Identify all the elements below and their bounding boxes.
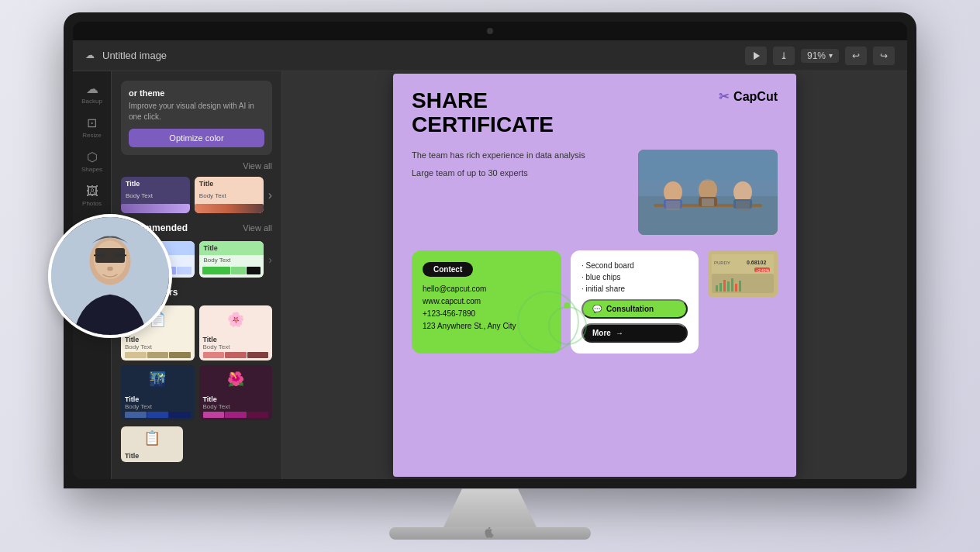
recommended-view-all[interactable]: View all [243, 223, 272, 233]
svg-rect-48 [739, 281, 741, 292]
sidebar-item-resize[interactable]: ⊡ Resize [77, 112, 108, 143]
rec-card-2[interactable]: Title Body Text [199, 241, 264, 278]
contact-email: hello@capcut.com [423, 283, 550, 295]
photo-color-img-4: 🌺 [199, 365, 273, 393]
bullet-3: · initial share [581, 285, 688, 293]
redo-icon: ↪ [880, 50, 888, 61]
backup-label: Backup [81, 98, 102, 105]
document-title: Untitled image [102, 50, 167, 61]
action-buttons: 💬 Consultation More → [581, 299, 688, 343]
cert-text-col: The team has rich experience in data ana… [412, 150, 626, 235]
svg-point-7 [113, 252, 125, 260]
deco-circle-2 [548, 306, 587, 345]
cert-thumbnail-inner: PURDY 0.68102 +2.40% [708, 250, 778, 297]
right-bottom-col: · Second board · blue chips · initial sh… [571, 250, 699, 354]
optimize-color-button[interactable]: Optimize color [129, 129, 264, 147]
top-bar-title-area: ☁ Untitled image [85, 50, 739, 62]
redo-button[interactable]: ↪ [873, 47, 895, 65]
arrow-right-icon: → [616, 329, 623, 337]
svg-text:PURDY: PURDY [714, 260, 730, 265]
zoom-value: 91% [807, 50, 826, 61]
pcc-3-sub: Body Text [125, 403, 191, 410]
theme-card-2-colors [195, 204, 264, 213]
app-interface: ☁ Untitled image ⤓ [73, 40, 907, 479]
zoom-control[interactable]: 91% ▾ [801, 49, 839, 63]
chevron-down-icon: ▾ [829, 51, 833, 60]
people-scene [638, 150, 778, 235]
more-button[interactable]: More → [581, 323, 688, 343]
undo-button[interactable]: ↩ [845, 47, 867, 65]
photo-color-img-2: 🌸 [199, 305, 273, 333]
capcut-logo-icon: ✂ [719, 89, 729, 104]
pcc-swatch [147, 352, 169, 358]
photo-color-img-5: 📋 [121, 426, 183, 450]
theme-card-1-body: Body Text [121, 191, 190, 202]
extra-card-section: 📋 Title [121, 426, 272, 462]
theme-card-2-body: Body Text [195, 191, 264, 202]
avatar-large [48, 214, 172, 338]
undo-icon: ↩ [852, 50, 860, 61]
cert-desc-1: The team has rich experience in data ana… [412, 150, 626, 161]
svg-rect-33 [736, 201, 750, 210]
svg-text:0.68102: 0.68102 [747, 260, 766, 265]
sidebar-item-photos[interactable]: 🖼 Photos [77, 180, 108, 211]
theme-card-2-title: Title [195, 177, 264, 191]
cert-desc-2: Large team of up to 30 experts [412, 167, 626, 179]
resize-icon: ⊡ [87, 116, 97, 130]
chat-icon: 💬 [592, 305, 602, 313]
consultation-button[interactable]: 💬 Consultation [581, 299, 688, 319]
main-content: ☁ Backup ⊡ Resize ⬡ Shapes [73, 71, 907, 479]
svg-point-6 [95, 252, 107, 260]
color-theme-title: or theme [129, 88, 264, 98]
imac-base [389, 527, 591, 540]
sidebar-item-shapes[interactable]: ⬡ Shapes [77, 146, 108, 177]
imac-bezel: ☁ Untitled image ⤓ [73, 22, 907, 479]
camera-dot [487, 28, 493, 34]
save-button[interactable]: ⤓ [773, 47, 795, 65]
consultation-label: Consultation [606, 305, 654, 313]
pcc-swatch [147, 412, 169, 418]
pcc-swatch [125, 412, 147, 418]
pcc-4-sub: Body Text [203, 403, 269, 410]
svg-text:+2.40%: +2.40% [756, 268, 770, 273]
svg-rect-46 [731, 278, 733, 292]
cert-thumbnail: PURDY 0.68102 +2.40% [708, 250, 778, 297]
cert-logo: ✂ CapCut [719, 89, 778, 104]
theme-cards-row: Title Body Text Title Body Text [121, 177, 272, 213]
svg-rect-45 [727, 281, 730, 292]
photo-color-card-2[interactable]: 🌸 Title Body Text [199, 305, 273, 361]
photo-color-img-3: 🌃 [121, 365, 195, 393]
pcc-swatch [169, 412, 191, 418]
photo-color-card-3[interactable]: 🌃 Title Body Text [121, 365, 195, 420]
svg-marker-21 [754, 52, 760, 60]
photo-color-card-4[interactable]: 🌺 Title Body Text [199, 365, 273, 420]
theme-cards-arrow[interactable]: › [268, 188, 272, 202]
capcut-logo-text: CapCut [733, 90, 778, 104]
pcc-swatch [225, 352, 247, 358]
svg-rect-42 [716, 285, 718, 292]
theme-card-1-colors [121, 204, 190, 213]
color-theme-panel: or theme Improve your visual design with… [121, 81, 272, 155]
view-all-link[interactable]: View all [243, 161, 272, 171]
theme-card-2[interactable]: Title Body Text [195, 177, 264, 213]
rec-card-2-header: Title [199, 241, 264, 255]
cert-title: SHARECERTIFICATE [412, 89, 554, 137]
cert-bullet-card: · Second board · blue chips · initial sh… [571, 250, 699, 354]
sidebar-item-backup[interactable]: ☁ Backup [77, 78, 108, 109]
cert-bottom: Contect hello@capcut.com www.capcut.com … [393, 241, 796, 363]
imac-stand [443, 488, 537, 527]
pcc-swatch [203, 352, 225, 358]
pcc-swatch [169, 352, 191, 358]
photo-color-card-5[interactable]: 📋 Title [121, 426, 183, 462]
design-canvas[interactable]: SHARECERTIFICATE ✂ CapCut [393, 74, 796, 477]
top-bar: ☁ Untitled image ⤓ [73, 40, 907, 71]
rec-arrow-right[interactable]: › [268, 254, 272, 266]
play-button[interactable] [745, 47, 767, 65]
theme-card-1[interactable]: Title Body Text [121, 177, 190, 213]
rec-card-2-body: Body Text [199, 255, 264, 265]
more-label: More [592, 329, 611, 337]
pcc-swatch [225, 412, 247, 418]
svg-rect-34 [638, 150, 778, 181]
pcc-3-title: Title [125, 395, 191, 403]
photos-icon: 🖼 [86, 185, 98, 198]
